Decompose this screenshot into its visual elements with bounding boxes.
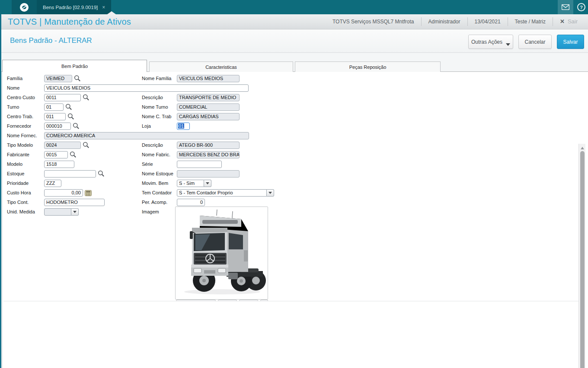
other-actions-button[interactable]: Outras Ações xyxy=(468,35,513,49)
company-branch-info: Teste / Matriz xyxy=(508,17,553,26)
familia-input[interactable]: VEIMED xyxy=(44,75,72,82)
mail-button[interactable] xyxy=(558,0,573,14)
loja-selected-text: 01 xyxy=(178,123,184,129)
topbar: Bens Padrão [02.9.0019] × ? xyxy=(0,0,588,14)
tem-contador-select[interactable]: S - Tem Contador Proprio xyxy=(177,189,274,197)
tem-contador-dropdown-button[interactable] xyxy=(267,189,274,197)
tab-pecas-reposicao[interactable]: Peças Reposição xyxy=(295,61,441,72)
unid-medida-value xyxy=(44,208,71,216)
nome-label: Nome xyxy=(7,85,19,90)
task-tab-label: Bens Padrão [02.9.0019] xyxy=(43,5,98,10)
mail-icon xyxy=(562,4,569,10)
search-icon[interactable] xyxy=(98,170,105,177)
nome-fornec-input[interactable]: COMERCIO AMERICA xyxy=(44,132,249,139)
custo-hora-input[interactable]: 0,00 xyxy=(44,189,83,197)
date-info: 13/04/2021 xyxy=(467,17,508,26)
turno-input[interactable]: 01 xyxy=(44,103,64,111)
modelo-input[interactable]: 1518 xyxy=(44,161,74,168)
scroll-up-arrow[interactable] xyxy=(579,145,586,152)
descricao-custo-label: Descrição xyxy=(142,95,163,100)
user-info: Administrador xyxy=(421,17,467,26)
nome-turno-input[interactable]: COMERCIAL xyxy=(177,103,240,111)
exit-button[interactable]: ✕ Sair xyxy=(553,17,585,26)
descricao-custo-input[interactable]: TRANSPORTE DE MEDIO xyxy=(177,94,240,101)
help-icon[interactable]: ? xyxy=(577,3,585,11)
save-button[interactable]: Salvar xyxy=(557,35,584,49)
movim-bem-select[interactable]: S - Sim xyxy=(177,180,211,187)
fabricante-label: Fabricante xyxy=(7,152,29,157)
per-acomp-input[interactable]: 0 xyxy=(177,199,205,206)
nome-fabric-input[interactable]: MERCEDES BENZ DO BRA xyxy=(177,151,240,158)
prioridade-input[interactable]: ZZZ xyxy=(44,180,61,187)
imagem-picture-box[interactable] xyxy=(175,207,268,300)
scrollbar-thumb[interactable] xyxy=(580,151,585,368)
loja-input[interactable]: 01 xyxy=(177,123,190,130)
search-icon[interactable] xyxy=(83,94,89,101)
search-icon[interactable] xyxy=(73,123,80,129)
search-icon[interactable] xyxy=(70,151,77,158)
exit-label: Sair xyxy=(568,17,578,26)
centro-trab-label: Centro Trab. xyxy=(7,114,33,119)
centro-custo-input[interactable]: 0011 xyxy=(44,94,81,101)
totvs-logo-icon xyxy=(19,3,29,12)
tab-bem-padrao[interactable]: Bem Padrão xyxy=(2,60,147,72)
vertical-scrollbar[interactable] xyxy=(578,144,585,368)
nome-c-trab-input[interactable]: CARGAS MEDIAS xyxy=(177,113,240,120)
centro-trab-input[interactable]: 011 xyxy=(44,113,66,120)
title-toolbar: Bens Padrão - ALTERAR Outras Ações Cance… xyxy=(1,29,588,53)
search-icon[interactable] xyxy=(74,75,81,82)
page-title: Bens Padrão - ALTERAR xyxy=(10,36,92,45)
centro-custo-label: Centro Custo xyxy=(7,95,35,100)
search-icon[interactable] xyxy=(67,113,74,120)
arrow-up-icon xyxy=(581,147,584,149)
form-panel-bem-padrao: Família VEIMED Nome Família VEICULOS MED… xyxy=(3,72,585,368)
active-tab-caret xyxy=(107,11,116,14)
estoque-input[interactable] xyxy=(44,170,96,178)
tem-contador-label: Tem Contador xyxy=(142,190,172,195)
cancel-button[interactable]: Cancelar xyxy=(518,35,552,49)
fabricante-input[interactable]: 0015 xyxy=(44,151,68,158)
protheus-logo[interactable] xyxy=(12,0,37,14)
chevron-down-icon xyxy=(206,182,209,184)
tipo-modelo-label: Tipo Modelo xyxy=(7,142,33,148)
search-icon[interactable] xyxy=(83,142,89,148)
loja-label: Loja xyxy=(142,123,151,129)
nome-turno-label: Nome Turno xyxy=(142,104,168,110)
search-icon[interactable] xyxy=(65,103,72,110)
close-icon[interactable]: × xyxy=(102,4,105,10)
prioridade-label: Prioridade xyxy=(7,181,29,186)
descricao-modelo-label: Descrição xyxy=(142,142,163,148)
nome-familia-input[interactable]: VEICULOS MEDIOS xyxy=(177,75,240,82)
estoque-label: Estoque xyxy=(7,171,24,176)
nome-fabric-label: Nome Fabric. xyxy=(142,152,170,157)
nome-estoque-input[interactable] xyxy=(177,170,240,178)
tipo-cont-input[interactable]: HODOMETRO xyxy=(44,199,105,206)
descricao-modelo-input[interactable]: ATEGO BR-900 xyxy=(177,142,240,149)
section-divider xyxy=(3,301,578,301)
unid-medida-dropdown-button[interactable] xyxy=(71,208,79,216)
chevron-down-icon xyxy=(73,211,77,213)
calculator-icon[interactable] xyxy=(85,190,92,196)
imagem-label: Imagem xyxy=(142,209,159,214)
nome-input[interactable]: VEICULOS MEDIOS xyxy=(44,84,249,92)
movim-bem-dropdown-button[interactable] xyxy=(204,180,211,187)
modelo-label: Modelo xyxy=(7,161,22,167)
custo-hora-label: Custo Hora xyxy=(7,190,31,195)
familia-label: Família xyxy=(7,76,22,81)
app-header: TOTVS | Manutenção de Ativos TOTVS Servi… xyxy=(0,14,588,29)
tem-contador-value: S - Tem Contador Proprio xyxy=(177,189,267,197)
nome-familia-label: Nome Família xyxy=(142,76,171,81)
tipo-cont-label: Tipo Cont. xyxy=(7,200,29,205)
folder-tabstrip: Caracteristicas Peças Reposição Bem Padr… xyxy=(1,53,588,72)
serie-input[interactable] xyxy=(177,161,222,168)
chevron-down-icon xyxy=(506,43,510,46)
environment-info: TOTVS Serviços MSSQL7 Mntfrota xyxy=(326,17,421,26)
turno-label: Turno xyxy=(7,104,19,110)
task-tab-bens-padrao[interactable]: Bens Padrão [02.9.0019] × xyxy=(37,0,111,14)
tipo-modelo-input[interactable]: 0024 xyxy=(44,142,81,149)
per-acomp-label: Per. Acomp. xyxy=(142,200,167,205)
nome-estoque-label: Nome Estoque xyxy=(142,171,173,176)
fornecedor-input[interactable]: 000010 xyxy=(44,123,71,130)
tab-caracteristicas[interactable]: Caracteristicas xyxy=(149,61,293,72)
unid-medida-select[interactable] xyxy=(44,208,79,216)
